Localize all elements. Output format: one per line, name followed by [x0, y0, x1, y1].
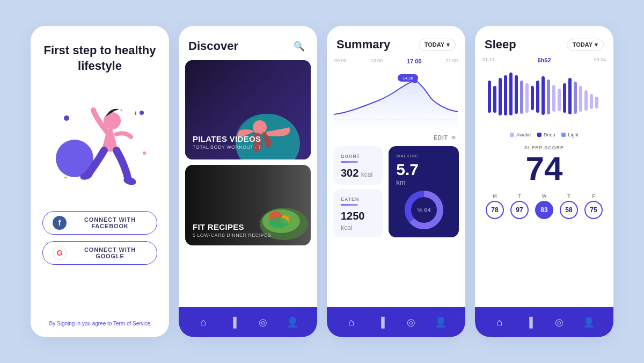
burnt-card: BURNT 302 kcal: [333, 146, 383, 185]
sleep-time-labels: 01.13 6h52 09.24: [475, 57, 613, 66]
svg-rect-28: [504, 75, 507, 115]
nav-user-icon[interactable]: 👤: [432, 314, 449, 331]
terms-text: By Signing in you agree to Term of Servi…: [49, 321, 151, 326]
svg-rect-25: [488, 81, 491, 113]
day-wednesday: W 83: [535, 193, 553, 219]
screen-discover: Discover 🔍 PILATES VIDEOS TOTAL BODY WOR…: [179, 26, 317, 337]
nav-compass-icon[interactable]: ◎: [551, 314, 568, 331]
eaten-unit: kcal: [341, 224, 352, 231]
burnt-bar: [341, 161, 358, 163]
svg-rect-32: [525, 83, 529, 113]
svg-rect-39: [563, 83, 566, 113]
pilates-card-sub: TOTAL BODY WORKOUT · 7: [193, 144, 261, 150]
onboarding-title: First step to healthy lifestyle: [42, 43, 157, 74]
google-icon: G: [53, 246, 67, 260]
svg-text:14.2k: 14.2k: [402, 76, 414, 81]
sleep-chart: [475, 66, 613, 130]
walking-label: WALKING: [396, 154, 451, 158]
donut-chart: % 64: [396, 188, 451, 231]
svg-rect-31: [520, 81, 523, 114]
summary-title: Summary: [336, 38, 390, 52]
edit-label: EDIT: [434, 135, 448, 141]
svg-rect-42: [579, 86, 582, 112]
svg-point-6: [143, 151, 146, 155]
google-connect-button[interactable]: G CONNECT WITH GOOGLE: [42, 241, 157, 265]
eaten-card: EATEN 1250 kcal: [333, 189, 383, 237]
eaten-value: 1250: [341, 210, 365, 222]
svg-rect-36: [547, 79, 550, 114]
terms-link[interactable]: Term of Service: [113, 321, 150, 326]
nav-home-icon[interactable]: ⌂: [491, 314, 508, 331]
nav-user-icon[interactable]: 👤: [284, 314, 301, 331]
time-labels: 09:00 13:00 17 00 21:00: [327, 57, 465, 69]
eaten-bar: [341, 204, 358, 206]
summary-bottom-nav: ⌂ ▐ ◎ 👤: [327, 307, 465, 337]
svg-rect-43: [584, 90, 588, 111]
nav-chart-icon[interactable]: ▐: [521, 314, 538, 331]
nav-chart-icon[interactable]: ▐: [372, 314, 390, 331]
summary-header: Summary TODAY ▾: [327, 26, 465, 57]
sleep-score-value: 74: [485, 150, 604, 187]
svg-rect-38: [558, 89, 561, 111]
day-friday: F 75: [584, 193, 603, 219]
days-row: M 78 T 97 W 83 T 58 F 75: [475, 189, 613, 219]
svg-rect-33: [531, 86, 534, 110]
day-monday: M 78: [486, 193, 504, 219]
facebook-connect-button[interactable]: f CONNECT WITH FACEBOOK: [42, 211, 157, 235]
search-button[interactable]: 🔍: [290, 38, 308, 55]
nav-compass-icon[interactable]: ◎: [402, 314, 420, 331]
day-thursday: T 58: [560, 193, 578, 219]
eaten-label: EATEN: [341, 197, 376, 202]
svg-text:+: +: [134, 110, 137, 117]
edit-bar: EDIT ≡: [327, 133, 465, 146]
nav-home-icon[interactable]: ⌂: [195, 314, 212, 331]
google-btn-label: CONNECT WITH GOOGLE: [73, 246, 147, 259]
svg-point-4: [64, 115, 69, 121]
recipes-card-title: FIT RECIPES: [193, 222, 271, 231]
nav-home-icon[interactable]: ⌂: [343, 314, 360, 331]
svg-rect-30: [515, 75, 518, 114]
recipes-card[interactable]: FIT RECIPES 5 LOW-CARB DINNER RECIPES: [185, 165, 311, 245]
legend-awake: Awake: [510, 132, 531, 137]
svg-point-16: [269, 217, 288, 228]
sleep-title: Sleep: [485, 38, 516, 52]
screen-summary: Summary TODAY ▾ 09:00 13:00 17 00 21:00: [327, 26, 465, 337]
facebook-icon: f: [53, 216, 67, 230]
summary-today-button[interactable]: TODAY ▾: [419, 39, 456, 51]
legend-light: Light: [561, 132, 579, 137]
pilates-card-text: PILATES VIDEOS TOTAL BODY WORKOUT · 7: [193, 134, 261, 150]
svg-rect-37: [552, 85, 555, 112]
svg-rect-35: [541, 76, 545, 115]
nav-chart-icon[interactable]: ▐: [224, 314, 241, 331]
discover-header: Discover 🔍: [179, 26, 317, 60]
screens-container: First step to healthy lifestyle: [14, 11, 630, 352]
burnt-label: BURNT: [341, 154, 376, 159]
svg-rect-27: [499, 78, 502, 115]
day-tuesday: T 97: [510, 193, 529, 219]
discover-bottom-nav: ⌂ ▐ ◎ 👤: [179, 307, 317, 337]
sleep-score-section: SLEEP SCORE 74: [475, 141, 613, 189]
screen-sleep: Sleep TODAY ▾ 01.13 6h52 09.24: [475, 26, 613, 337]
summary-chart: 14.2k: [327, 69, 465, 133]
walking-card: WALKING 5.7 km % 64: [389, 146, 459, 237]
legend-deep: Deep: [537, 132, 555, 137]
screen-onboarding: First step to healthy lifestyle: [31, 26, 169, 337]
recipes-card-sub: 5 LOW-CARB DINNER RECIPES: [193, 233, 271, 238]
facebook-btn-label: CONNECT WITH FACEBOOK: [73, 216, 147, 229]
pilates-card-title: PILATES VIDEOS: [193, 134, 261, 143]
svg-rect-40: [568, 78, 572, 114]
pilates-card[interactable]: PILATES VIDEOS TOTAL BODY WORKOUT · 7: [185, 60, 311, 159]
svg-text:+: +: [64, 174, 68, 182]
burnt-unit: kcal: [361, 171, 372, 178]
illustration-area: + +: [42, 83, 157, 201]
svg-rect-44: [590, 94, 593, 109]
svg-text:% 64: % 64: [417, 207, 430, 213]
sleep-today-button[interactable]: TODAY ▾: [567, 39, 604, 51]
sleep-legend: Awake Deep Light: [475, 130, 613, 141]
svg-rect-29: [509, 72, 513, 115]
nav-compass-icon[interactable]: ◎: [254, 314, 272, 331]
nav-user-icon[interactable]: 👤: [580, 314, 597, 331]
recipes-card-text: FIT RECIPES 5 LOW-CARB DINNER RECIPES: [193, 222, 271, 238]
burnt-value: 302: [341, 167, 358, 179]
sleep-bottom-nav: ⌂ ▐ ◎ 👤: [475, 307, 613, 337]
